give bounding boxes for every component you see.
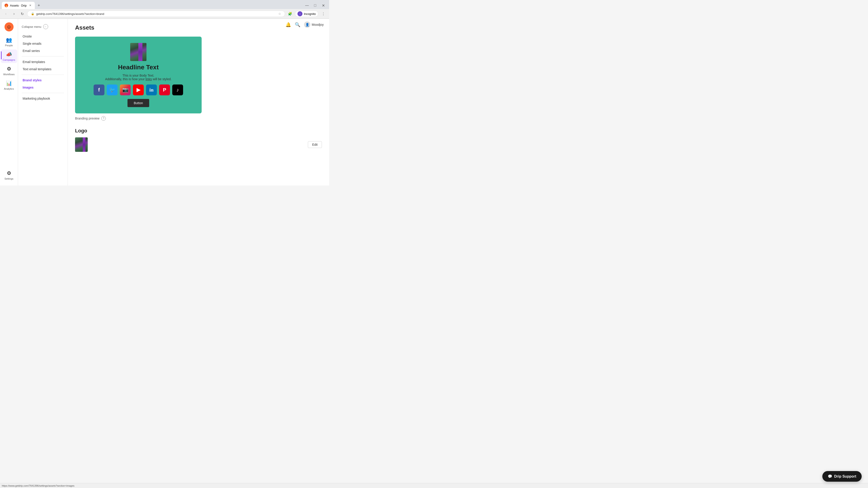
- sidebar-divider-1: [22, 56, 64, 57]
- preview-headline: Headline Text: [118, 64, 159, 71]
- search-icon[interactable]: 🔍: [295, 22, 301, 27]
- address-bar-row: ‹ › ↻ 🔒 getdrip.com/7641396/settings/ass…: [0, 9, 329, 19]
- linkedin-icon: in: [146, 85, 157, 95]
- sidebar-item-workflows[interactable]: ⚙ Workflows: [1, 64, 17, 77]
- collapse-icon: ←: [43, 24, 48, 29]
- people-label: People: [5, 44, 13, 47]
- analytics-label: Analytics: [4, 88, 14, 90]
- tab-close-button[interactable]: ✕: [29, 4, 32, 7]
- preview-logo-image: [130, 43, 147, 61]
- analytics-icon: 📊: [6, 80, 12, 87]
- pinterest-icon: P: [159, 85, 170, 95]
- maximize-button[interactable]: □: [312, 2, 318, 8]
- logo-thumbnail: [75, 137, 88, 152]
- logo-thumb-strip: [83, 137, 86, 152]
- sidebar-item-settings[interactable]: ⚙ Settings: [1, 168, 17, 182]
- sidebar-item-email-templates[interactable]: Email templates: [18, 58, 68, 66]
- branding-preview-label-row: Branding preview ?: [75, 116, 322, 121]
- branding-preview-text: Branding preview: [75, 117, 99, 120]
- tab-title: Assets · Drip: [10, 4, 27, 7]
- top-bar: 🔔 🔍 👤 Moodjoy: [280, 19, 329, 31]
- address-bar[interactable]: 🔒 getdrip.com/7641396/settings/assets?se…: [27, 11, 285, 17]
- facebook-icon: f: [94, 85, 104, 95]
- sidebar-item-brand-styles[interactable]: Brand styles: [18, 76, 68, 84]
- active-indicator: [1, 51, 2, 59]
- minimize-button[interactable]: —: [304, 2, 310, 8]
- profile-name: Incognito: [304, 12, 316, 15]
- sidebar-item-people[interactable]: 👥 People: [1, 35, 17, 48]
- icon-nav-bottom: ⚙ Settings: [1, 168, 17, 182]
- sidebar-item-images[interactable]: Images: [18, 84, 68, 91]
- active-tab[interactable]: 🔥 Assets · Drip ✕: [2, 2, 35, 9]
- collapse-menu-button[interactable]: Collapse menu ←: [18, 22, 68, 31]
- preview-body-text: This is your Body Text.: [123, 74, 154, 77]
- user-avatar: 👤: [304, 22, 310, 28]
- star-icon: ☆: [278, 12, 281, 15]
- youtube-icon: ▶: [133, 85, 144, 95]
- forward-button[interactable]: ›: [11, 11, 17, 17]
- sidebar-item-campaigns[interactable]: 📣 Campaigns: [1, 50, 17, 63]
- workflows-icon: ⚙: [6, 66, 12, 72]
- lock-icon: 🔒: [31, 12, 34, 15]
- campaigns-label: Campaigns: [3, 59, 16, 61]
- browser-chrome: 🔥 Assets · Drip ✕ + — □ ✕ ‹ › ↻ 🔒 getdri…: [0, 0, 329, 19]
- sidebar-item-marketing-playbook[interactable]: Marketing playbook: [18, 95, 68, 102]
- preview-link-before: Additionally, this is how your: [105, 77, 146, 81]
- new-tab-button[interactable]: +: [36, 2, 42, 8]
- help-icon[interactable]: ?: [101, 116, 106, 121]
- preview-body: This is your Body Text. Additionally, th…: [105, 74, 172, 81]
- tab-bar: 🔥 Assets · Drip ✕ + — □ ✕: [0, 0, 329, 9]
- edit-logo-button[interactable]: Edit: [308, 141, 322, 148]
- sidebar-item-onsite[interactable]: Onsite: [18, 33, 68, 40]
- sidebar-item-single-emails[interactable]: Single emails: [18, 40, 68, 47]
- logo-row: Edit: [75, 137, 322, 152]
- refresh-button[interactable]: ↻: [19, 11, 25, 17]
- user-chip[interactable]: 👤 Moodjoy: [304, 22, 324, 28]
- tiktok-icon: ♪: [172, 85, 183, 95]
- collapse-menu-label: Collapse menu: [22, 25, 41, 29]
- instagram-icon: 📷: [120, 85, 131, 95]
- toolbar-right: 🧩 i Incognito ⋮: [287, 11, 327, 17]
- icon-nav: ☺ 👥 People 📣 Campaigns ⚙ Workflows 📊 Ana…: [0, 19, 18, 186]
- preview-link-after: will be styled.: [152, 77, 172, 81]
- workflows-label: Workflows: [3, 73, 15, 76]
- branding-preview-card: Headline Text This is your Body Text. Ad…: [75, 37, 202, 113]
- app-logo[interactable]: ☺: [4, 22, 13, 31]
- user-name: Moodjoy: [312, 23, 324, 26]
- tab-favicon: 🔥: [4, 4, 8, 7]
- sidebar-item-email-series[interactable]: Email series: [18, 47, 68, 55]
- app-layout: ☺ 👥 People 📣 Campaigns ⚙ Workflows 📊 Ana…: [0, 19, 329, 186]
- sidebar-divider-2: [22, 74, 64, 75]
- notification-bell-icon[interactable]: 🔔: [285, 22, 291, 27]
- close-window-button[interactable]: ✕: [320, 2, 327, 8]
- logo-section-title: Logo: [75, 128, 322, 134]
- preview-cta-button[interactable]: Button: [127, 99, 149, 107]
- sidebar-item-analytics[interactable]: 📊 Analytics: [1, 78, 17, 92]
- profile-chip[interactable]: i Incognito: [295, 11, 318, 17]
- profile-avatar: i: [298, 11, 303, 16]
- settings-label: Settings: [4, 177, 13, 180]
- more-options-icon[interactable]: ⋮: [320, 11, 327, 17]
- campaigns-icon: 📣: [6, 51, 12, 58]
- social-icons-row: f 🐦 📷 ▶ in P ♪: [94, 85, 183, 95]
- main-content: 🔔 🔍 👤 Moodjoy Assets Headline Text This …: [68, 19, 329, 186]
- logo-thumb-bg: [75, 137, 88, 152]
- settings-icon: ⚙: [6, 170, 12, 176]
- address-text: getdrip.com/7641396/settings/assets?sect…: [36, 12, 276, 15]
- twitter-icon: 🐦: [107, 85, 118, 95]
- back-button[interactable]: ‹: [3, 11, 9, 17]
- sidebar-item-text-email-templates[interactable]: Text email templates: [18, 66, 68, 73]
- preview-link-word: links: [146, 77, 152, 81]
- sidebar: Collapse menu ← Onsite Single emails Ema…: [18, 19, 68, 186]
- extensions-icon[interactable]: 🧩: [287, 11, 293, 17]
- people-icon: 👥: [6, 37, 12, 43]
- preview-logo-strip: [138, 43, 143, 61]
